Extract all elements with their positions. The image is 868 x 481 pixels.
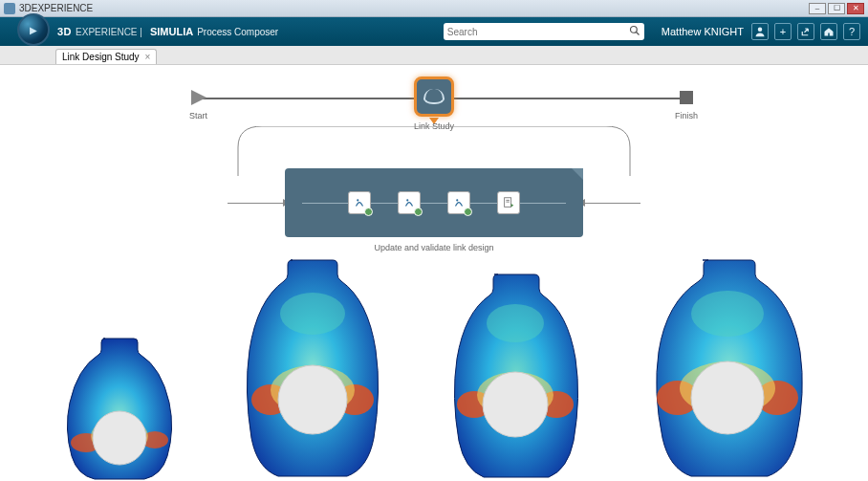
- workflow-start-label: Start: [189, 111, 207, 120]
- step-status-badge-icon: [414, 208, 423, 216]
- workflow-link-study-node[interactable]: [414, 77, 454, 117]
- user-name-label: Matthew KNIGHT: [662, 26, 744, 37]
- svg-point-5: [357, 199, 358, 201]
- share-icon[interactable]: [797, 23, 814, 40]
- app-header: 3DEXPERIENCE | SIMULIA Process Composer …: [0, 17, 868, 46]
- maximize-button[interactable]: ☐: [828, 3, 845, 14]
- svg-point-14: [93, 411, 146, 465]
- svg-point-18: [280, 293, 345, 335]
- tab-link-design-study[interactable]: Link Design Study ×: [55, 49, 157, 64]
- home-icon[interactable]: [820, 23, 837, 40]
- subprocess-step-1[interactable]: [348, 191, 371, 214]
- brand-simulia: SIMULIA: [150, 26, 193, 37]
- header-actions: + ?: [751, 23, 860, 40]
- profile-icon[interactable]: [751, 23, 769, 40]
- svg-point-7: [456, 199, 458, 201]
- subprocess-step-4[interactable]: [497, 191, 520, 214]
- add-icon[interactable]: +: [774, 23, 792, 40]
- workflow-row: Start Link Study Finish: [0, 88, 868, 145]
- brand-process-composer: Process Composer: [197, 27, 278, 37]
- simulation-results-row: [0, 251, 868, 481]
- window-titlebar: 3DEXPERIENCE – ☐ ✕: [0, 0, 868, 17]
- search-container: [444, 23, 644, 40]
- workflow-center-label: Link Study: [414, 121, 454, 131]
- compass-menu-button[interactable]: [17, 13, 50, 46]
- svg-rect-4: [680, 91, 693, 104]
- subprocess-step-3[interactable]: [447, 191, 470, 214]
- brand-3d: 3D: [57, 26, 72, 37]
- tab-label: Link Design Study: [62, 52, 140, 62]
- svg-point-6: [406, 199, 408, 201]
- svg-point-19: [278, 365, 347, 434]
- svg-point-23: [487, 304, 544, 342]
- minimize-button[interactable]: –: [809, 3, 826, 14]
- workflow-finish-node[interactable]: [677, 88, 696, 107]
- svg-point-29: [691, 361, 764, 434]
- process-canvas[interactable]: Start Link Study Finish: [0, 65, 868, 481]
- bottle-result-4[interactable]: [643, 256, 811, 481]
- brand-label: 3DEXPERIENCE | SIMULIA Process Composer: [57, 26, 278, 37]
- search-input[interactable]: [447, 27, 629, 37]
- tab-bar: Link Design Study ×: [0, 46, 868, 65]
- window-controls: – ☐ ✕: [809, 3, 864, 14]
- subprocess-step-2[interactable]: [398, 191, 421, 214]
- close-button[interactable]: ✕: [847, 3, 864, 14]
- svg-point-28: [691, 291, 764, 337]
- help-icon[interactable]: ?: [843, 23, 860, 40]
- svg-point-24: [483, 372, 548, 437]
- search-icon[interactable]: [629, 25, 640, 39]
- svg-marker-3: [191, 90, 206, 105]
- workflow-start-node[interactable]: [189, 88, 208, 107]
- svg-point-0: [630, 26, 637, 33]
- app-window-icon: [4, 3, 15, 14]
- svg-line-1: [636, 32, 639, 34]
- subprocess-connector-line: [302, 203, 566, 204]
- subprocess-arrow-out-line: [583, 203, 640, 204]
- workflow-finish-label: Finish: [675, 111, 698, 120]
- step-status-badge-icon: [364, 208, 373, 216]
- bottle-result-2[interactable]: [238, 256, 386, 481]
- tab-close-icon[interactable]: ×: [145, 52, 151, 62]
- brand-experience: EXPERIENCE |: [76, 27, 142, 37]
- bottle-result-1[interactable]: [57, 333, 182, 481]
- bottle-result-3[interactable]: [444, 271, 587, 481]
- window-title: 3DEXPERIENCE: [19, 3, 93, 13]
- subprocess-arrow-in-line: [228, 203, 285, 204]
- step-status-badge-icon: [464, 208, 472, 216]
- subprocess-box[interactable]: [285, 168, 583, 237]
- svg-point-2: [758, 28, 763, 33]
